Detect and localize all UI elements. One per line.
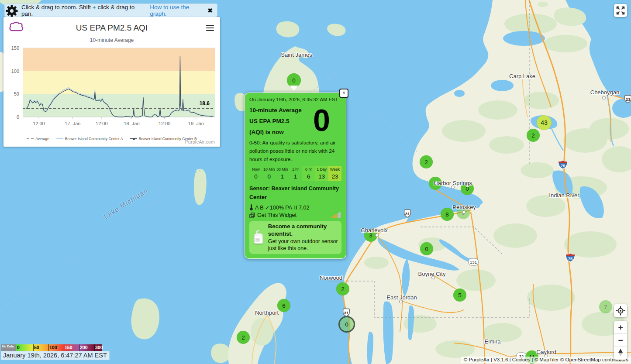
town-dot bbox=[431, 276, 435, 279]
legend-label: Beaver Island Community Center A bbox=[65, 137, 123, 141]
aqi-table-header: 30 Min bbox=[276, 167, 289, 172]
aqi-table-header: 10 Min bbox=[262, 167, 276, 172]
get-this-widget-link[interactable]: Get This Widget bbox=[257, 212, 297, 218]
svg-text:12:00: 12:00 bbox=[159, 121, 171, 126]
sensor-marker[interactable]: 43 bbox=[537, 115, 552, 130]
sensor-marker[interactable]: 2 bbox=[527, 129, 540, 142]
town-dot bbox=[451, 185, 455, 189]
popup-sensor-name: Sensor: Beaver Island Community Center bbox=[249, 185, 341, 202]
scale-label: 200 bbox=[80, 345, 88, 350]
chart-menu-icon[interactable] bbox=[206, 25, 214, 31]
scale-label: 100 bbox=[49, 345, 57, 350]
graph-help-banner: Click & drag to zoom. Shift + click & dr… bbox=[4, 3, 217, 17]
aqi-table-column: Now 0 bbox=[249, 166, 262, 181]
town-dot bbox=[375, 234, 379, 237]
svg-text:12:00: 12:00 bbox=[33, 121, 45, 126]
town-label: Charlevoix bbox=[361, 227, 387, 234]
banner-close-icon[interactable]: ✖ bbox=[207, 7, 213, 14]
town-label: Petoskey bbox=[452, 204, 476, 210]
scale-label: 0 bbox=[17, 345, 20, 350]
aqi-table-header: Week bbox=[328, 167, 341, 172]
sensor-marker[interactable]: 2 bbox=[336, 282, 349, 295]
aqi-table-value: 0 bbox=[262, 173, 276, 180]
aqi-table-column: Week 23 bbox=[328, 166, 341, 181]
popup-timestamp: On January 19th, 2026, 6:45:32 AM EST bbox=[249, 97, 341, 102]
town-label: Northport bbox=[255, 309, 279, 316]
aqi-table-header: 6 hr bbox=[302, 167, 315, 172]
sensor-marker[interactable]: 2 bbox=[420, 155, 433, 168]
scale-tick bbox=[79, 344, 79, 351]
svg-text:18. Jan: 18. Jan bbox=[124, 121, 139, 126]
chart-panel: US EPA PM2.5 AQI 10-minute Average 05010… bbox=[3, 17, 220, 147]
sensor-marker[interactable]: 0 bbox=[420, 242, 433, 255]
aqi-table-value: 0 bbox=[249, 173, 262, 180]
town-label: Cheboygan bbox=[590, 89, 620, 96]
thermometer-icon bbox=[249, 204, 253, 211]
compass-button[interactable] bbox=[614, 347, 627, 360]
fullscreen-button[interactable] bbox=[614, 4, 627, 17]
sensor-marker[interactable]: 8 bbox=[441, 208, 454, 221]
aqi-chart[interactable]: 05010015012:0017. Jan12:0018. Jan12:0019… bbox=[3, 43, 220, 133]
sensor-marker[interactable]: 5 bbox=[453, 288, 466, 302]
sensor-popup: × On January 19th, 2026, 6:45:32 AM EST … bbox=[245, 93, 346, 259]
purpleair-watermark-link[interactable]: PurpleAir.com bbox=[185, 139, 215, 144]
sensor-marker[interactable]: 6 bbox=[277, 299, 290, 312]
map-timestamp: January 19th, 2026, 6:47:27 AM EST bbox=[1, 351, 110, 360]
zoom-out-button[interactable]: − bbox=[614, 334, 627, 347]
popup-sensor-stats: A B ✓100% PA-II 7.02 bbox=[249, 204, 341, 211]
town-dot bbox=[602, 96, 606, 100]
town-label: Saint James bbox=[281, 52, 312, 58]
how-to-use-link[interactable]: How to use the graph. bbox=[150, 4, 207, 17]
town-label: East Jordan bbox=[386, 294, 417, 301]
scale-tick bbox=[94, 344, 95, 351]
zoom-in-button[interactable]: + bbox=[614, 321, 627, 334]
sensor-marker[interactable]: 7 bbox=[599, 300, 612, 313]
town-label: Carp Lake bbox=[509, 73, 535, 79]
aqi-table-header: 1 Day bbox=[315, 167, 328, 172]
svg-text:150: 150 bbox=[11, 45, 19, 51]
aqi-table-value: 1 bbox=[289, 173, 302, 180]
popup-aqi-value: 0 bbox=[302, 106, 341, 138]
scale-label: 50 bbox=[34, 345, 39, 350]
town-label: Elmira bbox=[485, 338, 501, 345]
legend-item[interactable]: Beaver Island Community Center A bbox=[56, 137, 123, 141]
svg-text:12:00: 12:00 bbox=[96, 121, 108, 126]
popup-average-caption: 10-minute Average US EPA PM2.5 (AQI) is … bbox=[249, 105, 302, 138]
aqi-table-column: 10 Min 0 bbox=[262, 166, 276, 181]
aqi-table-column: 30 Min 1 bbox=[276, 166, 289, 181]
locate-button[interactable] bbox=[614, 304, 627, 317]
route-shield: 131 bbox=[468, 258, 479, 266]
aqi-table-header: 1 hr bbox=[289, 167, 302, 172]
route-shield: 75 bbox=[565, 253, 576, 262]
svg-text:18.6: 18.6 bbox=[200, 100, 210, 106]
no-data-label: No Data bbox=[1, 344, 16, 351]
svg-text:17. Jan: 17. Jan bbox=[65, 121, 80, 126]
town-dot bbox=[399, 300, 403, 303]
aqi-table-value: 1 bbox=[276, 173, 289, 180]
compass-icon bbox=[617, 348, 624, 357]
aqi-table-header: Now bbox=[249, 167, 262, 172]
community-scientist-cta[interactable]: Become a community scientist. Get your o… bbox=[249, 221, 341, 254]
banner-text: Click & drag to zoom. Shift + click & dr… bbox=[21, 4, 148, 17]
chart-subtitle: 10-minute Average bbox=[3, 37, 220, 43]
scale-label: 150 bbox=[65, 345, 72, 350]
scale-label: 300 bbox=[95, 345, 103, 350]
svg-text:0: 0 bbox=[17, 114, 19, 120]
scale-tick bbox=[64, 344, 64, 351]
popup-close-button[interactable]: × bbox=[339, 89, 348, 98]
sensor-marker[interactable]: 0 bbox=[287, 73, 301, 87]
legend-label: Average bbox=[35, 137, 49, 141]
aqi-table-column: 1 Day 13 bbox=[315, 166, 328, 181]
svg-text:19. Jan: 19. Jan bbox=[188, 121, 204, 126]
scale-tick bbox=[33, 344, 34, 351]
aqi-table-column: 1 hr 1 bbox=[289, 166, 302, 181]
sensor-marker[interactable]: 0 bbox=[338, 316, 355, 333]
sensor-marker[interactable]: 2 bbox=[237, 331, 250, 344]
map-attribution[interactable]: © PurpleAir | V3.1.6 | Cookies | © MapTi… bbox=[461, 357, 631, 363]
scale-tick bbox=[48, 344, 49, 351]
route-shield: 23 bbox=[624, 95, 631, 104]
settings-gear-icon[interactable] bbox=[5, 4, 19, 18]
town-label: Indian River bbox=[549, 192, 579, 199]
legend-item[interactable]: Average bbox=[27, 137, 49, 141]
get-widget-row: Get This Widget bbox=[249, 212, 341, 218]
